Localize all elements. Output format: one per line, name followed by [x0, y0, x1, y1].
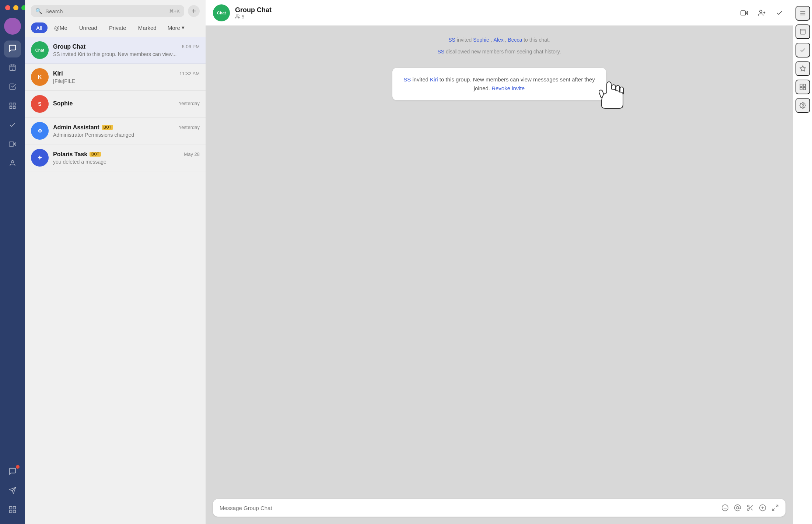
sidebar-item-notifications[interactable]: [4, 464, 21, 481]
chat-main: Chat Group Chat 5: [206, 0, 793, 524]
chat-item-polaris-task[interactable]: ✈ Polaris Task BOT May 28 you deleted a …: [25, 144, 206, 171]
send-icon: [9, 487, 16, 496]
becca-label: Becca: [508, 37, 522, 43]
svg-point-11: [11, 160, 14, 163]
chat-item-sophie[interactable]: S Sophie Yesterday: [25, 91, 206, 118]
ss-label-1: SS: [448, 37, 455, 43]
sidebar-item-tasks[interactable]: [4, 79, 21, 96]
chat-time-kiri: 11:32 AM: [179, 71, 200, 76]
chat-header-row-polaris: Polaris Task BOT May 28: [53, 151, 200, 158]
chat-info-sophie: Sophie Yesterday: [53, 100, 200, 108]
filter-tab-marked[interactable]: Marked: [133, 22, 162, 33]
input-actions: [721, 504, 779, 511]
apps-icon: [9, 102, 16, 111]
notifications-icon: [8, 467, 17, 477]
search-bar: 🔍 ⌘+K +: [25, 0, 206, 21]
chat-info-admin: Admin Assistant BOT Yesterday Administra…: [53, 124, 200, 138]
mention-button[interactable]: [734, 504, 741, 511]
chat-header-row-sophie: Sophie Yesterday: [53, 100, 200, 107]
minimize-traffic-light[interactable]: [13, 5, 18, 10]
chat-list: Chat Group Chat 6:06 PM SS invited Kiri …: [25, 37, 206, 524]
svg-rect-14: [10, 506, 12, 509]
svg-rect-27: [620, 87, 623, 95]
chat-item-kiri[interactable]: K Kiri 11:32 AM [File]FILE: [25, 64, 206, 91]
svg-rect-8: [13, 106, 15, 108]
chat-messages: SS invited Sophie , Alex , Becca to this…: [206, 26, 793, 499]
expand-input-button[interactable]: [771, 504, 779, 511]
sidebar-item-settings-bottom[interactable]: [4, 502, 21, 519]
kiri-label: Kiri: [430, 76, 438, 83]
svg-point-32: [736, 507, 739, 509]
search-input-wrap[interactable]: 🔍 ⌘+K: [31, 5, 184, 17]
svg-point-53: [802, 105, 804, 106]
svg-marker-9: [14, 142, 16, 145]
bot-badge-admin: BOT: [102, 125, 113, 130]
chat-time-group-chat: 6:06 PM: [182, 44, 200, 49]
chat-item-admin-assistant[interactable]: ⚙ Admin Assistant BOT Yesterday Administ…: [25, 118, 206, 144]
chat-name-kiri: Kiri: [53, 70, 63, 77]
chat-item-group-chat[interactable]: Chat Group Chat 6:06 PM SS invited Kiri …: [25, 37, 206, 64]
sidebar-item-send[interactable]: [4, 483, 21, 500]
video-call-button[interactable]: [738, 7, 750, 19]
close-traffic-light[interactable]: [5, 5, 10, 10]
contacts-icon: [9, 160, 16, 169]
add-member-button[interactable]: [756, 7, 768, 19]
message-input[interactable]: [220, 505, 716, 511]
svg-rect-20: [741, 11, 746, 15]
add-attachment-button[interactable]: [759, 504, 766, 511]
add-chat-button[interactable]: +: [188, 5, 200, 17]
svg-point-33: [748, 505, 749, 507]
scissors-button[interactable]: [746, 504, 754, 511]
right-sidebar-starred[interactable]: [795, 61, 810, 76]
svg-rect-10: [9, 142, 14, 146]
revoke-invite-link[interactable]: Revoke invite: [491, 85, 525, 91]
right-sidebar-search-list[interactable]: [795, 6, 810, 21]
right-sidebar-integrations[interactable]: [795, 80, 810, 94]
svg-rect-17: [13, 510, 16, 513]
svg-rect-51: [800, 88, 802, 90]
chat-preview-polaris: you deleted a message: [53, 159, 200, 165]
ss-label-3: SS: [403, 76, 411, 83]
sophie-label: Sophie: [473, 37, 489, 43]
chat-info-polaris: Polaris Task BOT May 28 you deleted a me…: [53, 151, 200, 165]
chat-time-polaris: May 28: [184, 151, 200, 157]
filter-tab-me[interactable]: @Me: [49, 22, 73, 33]
right-sidebar-settings[interactable]: [795, 98, 810, 113]
filter-tab-unread[interactable]: Unread: [74, 22, 102, 33]
chat-avatar-polaris: ✈: [31, 149, 49, 167]
filter-tabs: All @Me Unread Private Marked More ▾: [25, 21, 206, 37]
sidebar-item-contacts[interactable]: [4, 156, 21, 172]
svg-point-18: [236, 15, 238, 17]
sidebar-item-checklist[interactable]: [4, 117, 21, 134]
cursor-hand-icon: [595, 78, 624, 111]
emoji-button[interactable]: [721, 504, 729, 511]
chat-preview-kiri: [File]FILE: [53, 78, 200, 84]
filter-tab-all[interactable]: All: [31, 22, 48, 33]
members-count: 5: [242, 14, 244, 20]
search-icon: 🔍: [35, 8, 42, 14]
chat-avatar-admin: ⚙: [31, 122, 49, 140]
search-input[interactable]: [45, 8, 166, 14]
svg-rect-28: [599, 90, 605, 98]
chat-preview-group-chat: SS invited Kiri to this group. New membe…: [53, 51, 200, 57]
sidebar-item-apps[interactable]: [4, 98, 21, 115]
svg-rect-5: [10, 103, 12, 105]
user-avatar[interactable]: [4, 18, 21, 35]
sidebar-item-chat[interactable]: [4, 41, 21, 57]
sidebar-item-video[interactable]: [4, 136, 21, 153]
filter-tab-private[interactable]: Private: [104, 22, 132, 33]
chat-avatar-kiri: K: [31, 68, 49, 86]
sidebar-item-calendar[interactable]: 3: [4, 60, 21, 77]
chat-header-row-admin: Admin Assistant BOT Yesterday: [53, 124, 200, 131]
chat-header-row: Group Chat 6:06 PM: [53, 43, 200, 50]
sidebar-nav: 3: [0, 0, 25, 524]
right-sidebar-done[interactable]: [795, 43, 810, 57]
svg-rect-16: [10, 510, 12, 513]
checklist-icon: [9, 121, 16, 130]
svg-rect-46: [800, 29, 805, 34]
more-label: More: [168, 25, 180, 31]
done-button[interactable]: [774, 7, 785, 19]
filter-tab-more[interactable]: More ▾: [163, 22, 189, 33]
search-shortcut: ⌘+K: [169, 8, 180, 14]
right-sidebar-files[interactable]: [795, 24, 810, 39]
